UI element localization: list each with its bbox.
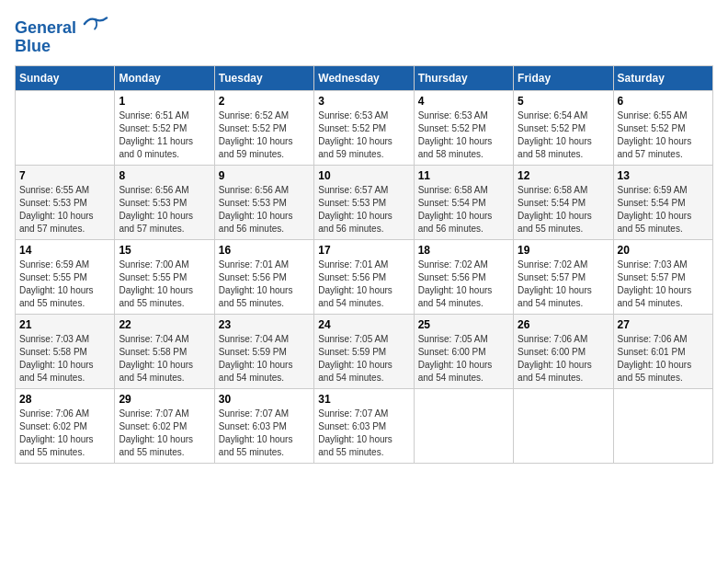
week-row-2: 7Sunrise: 6:55 AM Sunset: 5:53 PM Daylig… — [16, 165, 713, 239]
weekday-header-sunday: Sunday — [16, 65, 115, 90]
day-number: 29 — [119, 393, 210, 406]
day-number: 31 — [318, 393, 409, 406]
day-number: 25 — [418, 318, 509, 331]
day-info: Sunrise: 7:07 AM Sunset: 6:03 PM Dayligh… — [219, 408, 310, 459]
day-info: Sunrise: 7:04 AM Sunset: 5:59 PM Dayligh… — [219, 333, 310, 385]
day-info: Sunrise: 7:04 AM Sunset: 5:58 PM Dayligh… — [119, 333, 210, 385]
day-number: 9 — [219, 169, 310, 182]
day-info: Sunrise: 6:54 AM Sunset: 5:52 PM Dayligh… — [518, 109, 609, 161]
day-number: 3 — [318, 95, 409, 108]
day-info: Sunrise: 6:56 AM Sunset: 5:53 PM Dayligh… — [119, 184, 210, 236]
day-info: Sunrise: 6:58 AM Sunset: 5:54 PM Dayligh… — [518, 184, 609, 236]
weekday-header-thursday: Thursday — [414, 65, 513, 90]
calendar-cell: 26Sunrise: 7:06 AM Sunset: 6:00 PM Dayli… — [514, 314, 613, 388]
day-info: Sunrise: 7:07 AM Sunset: 6:03 PM Dayligh… — [318, 408, 409, 459]
calendar-cell: 2Sunrise: 6:52 AM Sunset: 5:52 PM Daylig… — [214, 90, 313, 165]
calendar-cell: 15Sunrise: 7:00 AM Sunset: 5:55 PM Dayli… — [115, 239, 214, 314]
calendar-cell: 25Sunrise: 7:05 AM Sunset: 6:00 PM Dayli… — [414, 314, 513, 388]
calendar-cell: 9Sunrise: 6:56 AM Sunset: 5:53 PM Daylig… — [214, 165, 313, 239]
calendar-cell — [16, 90, 115, 165]
calendar-cell: 1Sunrise: 6:51 AM Sunset: 5:52 PM Daylig… — [115, 90, 214, 165]
day-number: 8 — [119, 169, 210, 182]
calendar-cell: 10Sunrise: 6:57 AM Sunset: 5:53 PM Dayli… — [314, 165, 414, 239]
calendar-cell: 20Sunrise: 7:03 AM Sunset: 5:57 PM Dayli… — [613, 239, 712, 314]
day-info: Sunrise: 7:05 AM Sunset: 6:00 PM Dayligh… — [418, 333, 509, 385]
calendar-cell: 31Sunrise: 7:07 AM Sunset: 6:03 PM Dayli… — [314, 388, 414, 463]
day-number: 22 — [119, 318, 210, 331]
day-number: 30 — [219, 393, 310, 406]
calendar-cell: 27Sunrise: 7:06 AM Sunset: 6:01 PM Dayli… — [613, 314, 712, 388]
day-number: 11 — [418, 169, 509, 182]
day-number: 7 — [19, 169, 110, 182]
day-info: Sunrise: 7:01 AM Sunset: 5:56 PM Dayligh… — [219, 259, 310, 310]
day-info: Sunrise: 7:06 AM Sunset: 6:01 PM Dayligh… — [618, 333, 709, 385]
day-info: Sunrise: 7:05 AM Sunset: 5:59 PM Dayligh… — [318, 333, 409, 385]
day-number: 27 — [618, 318, 709, 331]
day-number: 10 — [318, 169, 409, 182]
day-info: Sunrise: 6:55 AM Sunset: 5:53 PM Dayligh… — [19, 184, 110, 236]
calendar-cell: 24Sunrise: 7:05 AM Sunset: 5:59 PM Dayli… — [314, 314, 414, 388]
weekday-header-friday: Friday — [514, 65, 613, 90]
calendar-cell: 7Sunrise: 6:55 AM Sunset: 5:53 PM Daylig… — [16, 165, 115, 239]
day-number: 5 — [518, 95, 609, 108]
weekday-header-row: SundayMondayTuesdayWednesdayThursdayFrid… — [16, 65, 713, 90]
calendar-cell: 21Sunrise: 7:03 AM Sunset: 5:58 PM Dayli… — [16, 314, 115, 388]
day-info: Sunrise: 7:00 AM Sunset: 5:55 PM Dayligh… — [119, 259, 210, 310]
day-number: 16 — [219, 244, 310, 257]
weekday-header-wednesday: Wednesday — [314, 65, 414, 90]
calendar-cell: 17Sunrise: 7:01 AM Sunset: 5:56 PM Dayli… — [314, 239, 414, 314]
calendar-cell: 6Sunrise: 6:55 AM Sunset: 5:52 PM Daylig… — [613, 90, 712, 165]
day-info: Sunrise: 6:52 AM Sunset: 5:52 PM Dayligh… — [219, 109, 310, 161]
weekday-header-monday: Monday — [115, 65, 214, 90]
day-number: 26 — [518, 318, 609, 331]
week-row-5: 28Sunrise: 7:06 AM Sunset: 6:02 PM Dayli… — [16, 388, 713, 463]
logo-text: General — [15, 15, 108, 38]
day-info: Sunrise: 7:03 AM Sunset: 5:58 PM Dayligh… — [19, 333, 110, 385]
day-info: Sunrise: 6:57 AM Sunset: 5:53 PM Dayligh… — [318, 184, 409, 236]
logo-general: General — [15, 18, 76, 37]
day-info: Sunrise: 7:07 AM Sunset: 6:02 PM Dayligh… — [119, 408, 210, 459]
week-row-3: 14Sunrise: 6:59 AM Sunset: 5:55 PM Dayli… — [16, 239, 713, 314]
calendar-cell — [414, 388, 513, 463]
week-row-1: 1Sunrise: 6:51 AM Sunset: 5:52 PM Daylig… — [16, 90, 713, 165]
calendar-cell: 5Sunrise: 6:54 AM Sunset: 5:52 PM Daylig… — [514, 90, 613, 165]
day-info: Sunrise: 7:02 AM Sunset: 5:56 PM Dayligh… — [418, 259, 509, 310]
calendar-cell: 14Sunrise: 6:59 AM Sunset: 5:55 PM Dayli… — [16, 239, 115, 314]
day-info: Sunrise: 6:56 AM Sunset: 5:53 PM Dayligh… — [219, 184, 310, 236]
day-info: Sunrise: 7:06 AM Sunset: 6:02 PM Dayligh… — [19, 408, 110, 459]
day-number: 18 — [418, 244, 509, 257]
logo: General Blue — [15, 15, 108, 56]
calendar-cell: 18Sunrise: 7:02 AM Sunset: 5:56 PM Dayli… — [414, 239, 513, 314]
calendar-cell: 22Sunrise: 7:04 AM Sunset: 5:58 PM Dayli… — [115, 314, 214, 388]
calendar-cell: 13Sunrise: 6:59 AM Sunset: 5:54 PM Dayli… — [613, 165, 712, 239]
day-number: 24 — [318, 318, 409, 331]
day-info: Sunrise: 7:06 AM Sunset: 6:00 PM Dayligh… — [518, 333, 609, 385]
day-info: Sunrise: 6:59 AM Sunset: 5:55 PM Dayligh… — [19, 259, 110, 310]
day-number: 6 — [618, 95, 709, 108]
day-info: Sunrise: 7:03 AM Sunset: 5:57 PM Dayligh… — [618, 259, 709, 310]
weekday-header-saturday: Saturday — [613, 65, 712, 90]
calendar-cell: 19Sunrise: 7:02 AM Sunset: 5:57 PM Dayli… — [514, 239, 613, 314]
calendar-cell: 11Sunrise: 6:58 AM Sunset: 5:54 PM Dayli… — [414, 165, 513, 239]
day-number: 23 — [219, 318, 310, 331]
day-number: 19 — [518, 244, 609, 257]
day-info: Sunrise: 6:53 AM Sunset: 5:52 PM Dayligh… — [418, 109, 509, 161]
day-info: Sunrise: 6:55 AM Sunset: 5:52 PM Dayligh… — [618, 109, 709, 161]
weekday-header-tuesday: Tuesday — [214, 65, 313, 90]
week-row-4: 21Sunrise: 7:03 AM Sunset: 5:58 PM Dayli… — [16, 314, 713, 388]
day-number: 4 — [418, 95, 509, 108]
day-number: 21 — [19, 318, 110, 331]
header: General Blue — [15, 15, 713, 56]
day-number: 12 — [518, 169, 609, 182]
day-number: 14 — [19, 244, 110, 257]
calendar-cell — [514, 388, 613, 463]
logo-bird-icon — [83, 15, 108, 33]
day-number: 15 — [119, 244, 210, 257]
calendar-cell: 29Sunrise: 7:07 AM Sunset: 6:02 PM Dayli… — [115, 388, 214, 463]
calendar-cell: 16Sunrise: 7:01 AM Sunset: 5:56 PM Dayli… — [214, 239, 313, 314]
day-number: 1 — [119, 95, 210, 108]
day-number: 17 — [318, 244, 409, 257]
day-number: 20 — [618, 244, 709, 257]
calendar-cell: 4Sunrise: 6:53 AM Sunset: 5:52 PM Daylig… — [414, 90, 513, 165]
calendar-cell: 8Sunrise: 6:56 AM Sunset: 5:53 PM Daylig… — [115, 165, 214, 239]
